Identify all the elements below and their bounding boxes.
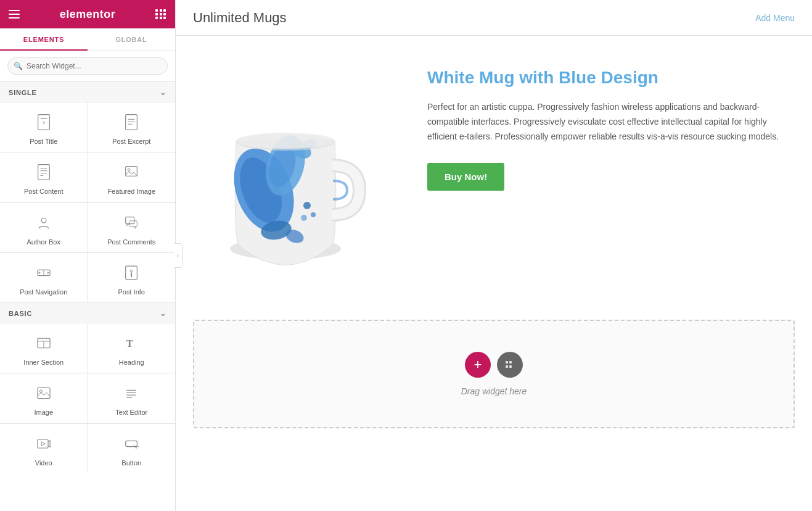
section-header-basic: BASIC ⌄	[0, 302, 175, 323]
inner-section-icon	[34, 332, 54, 354]
product-image	[193, 60, 390, 283]
svg-point-13	[128, 168, 130, 171]
grid-icon[interactable]	[155, 9, 166, 19]
svg-point-44	[301, 215, 307, 221]
svg-rect-7	[38, 165, 49, 180]
buy-now-button[interactable]: Buy Now!	[427, 163, 504, 191]
widgets-scroll: SINGLE ⌄ T Post Title	[0, 81, 175, 511]
widget-heading-label: Heading	[119, 358, 144, 367]
post-info-icon	[121, 262, 141, 284]
main-header: Unlimited Mugs Add Menu	[176, 0, 812, 36]
widget-post-title[interactable]: T Post Title	[0, 102, 88, 152]
product-title: White Mug with Blue Design	[427, 67, 795, 89]
widget-post-excerpt[interactable]: Post Excerpt	[88, 102, 176, 152]
widget-text-editor[interactable]: Text Editor	[88, 373, 176, 423]
svg-rect-51	[506, 365, 508, 368]
add-menu-link[interactable]: Add Menu	[755, 13, 795, 23]
video-icon	[34, 433, 54, 455]
svg-rect-12	[126, 167, 137, 177]
chevron-single[interactable]: ⌄	[160, 88, 166, 97]
widget-post-content-label: Post Content	[24, 187, 64, 196]
post-content-icon	[34, 161, 54, 183]
widget-video-label: Video	[35, 459, 52, 467]
search-area: 🔍	[0, 51, 175, 81]
sidebar: elementor ELEMENTS GLOBAL 🔍 SINGLE ⌄	[0, 0, 176, 511]
main-content: Unlimited Mugs Add Menu	[176, 0, 812, 511]
heading-icon: T	[121, 332, 141, 354]
widget-post-comments[interactable]: Post Comments	[88, 203, 176, 252]
svg-rect-3	[126, 115, 137, 130]
widget-author-box-label: Author Box	[27, 238, 60, 246]
search-icon: 🔍	[14, 62, 23, 70]
widget-grid-single: T Post Title Post Excerpt	[0, 102, 175, 302]
product-info: White Mug with Blue Design Perfect for a…	[427, 60, 795, 191]
svg-rect-52	[509, 365, 512, 368]
tab-elements[interactable]: ELEMENTS	[0, 28, 88, 51]
post-comments-icon	[121, 212, 141, 234]
post-title-icon: T	[34, 111, 54, 133]
content-area: White Mug with Blue Design Perfect for a…	[176, 36, 812, 511]
text-editor-icon	[121, 382, 141, 404]
widget-image[interactable]: Image	[0, 373, 88, 423]
svg-point-14	[41, 218, 46, 223]
svg-rect-34	[126, 441, 137, 446]
chevron-basic[interactable]: ⌄	[160, 309, 166, 318]
svg-rect-26	[38, 388, 50, 399]
widget-post-navigation[interactable]: Post Navigation	[0, 253, 88, 302]
widget-image-label: Image	[34, 408, 53, 417]
widget-text-editor-label: Text Editor	[115, 408, 147, 417]
svg-marker-33	[41, 442, 45, 446]
widget-post-navigation-label: Post Navigation	[20, 288, 67, 296]
widget-grid-basic: Inner Section T Heading	[0, 323, 175, 473]
widget-post-info[interactable]: Post Info	[88, 253, 176, 302]
featured-image-icon	[121, 161, 141, 183]
product-section: White Mug with Blue Design Perfect for a…	[193, 36, 795, 307]
svg-rect-32	[38, 439, 48, 448]
sidebar-tabs: ELEMENTS GLOBAL	[0, 28, 175, 51]
svg-text:T: T	[42, 120, 45, 125]
widget-inner-section-label: Inner Section	[23, 358, 64, 367]
section-header-single: SINGLE ⌄	[0, 81, 175, 102]
drag-icon	[504, 359, 515, 370]
svg-text:T: T	[126, 338, 134, 349]
site-title: Unlimited Mugs	[193, 10, 287, 26]
section-label-single: SINGLE	[9, 89, 37, 96]
widget-inner-section[interactable]: Inner Section	[0, 323, 88, 373]
widget-post-title-label: Post Title	[30, 137, 57, 146]
svg-point-43	[311, 212, 316, 217]
add-widget-button[interactable]: +	[465, 352, 491, 378]
search-input[interactable]	[7, 57, 168, 75]
post-navigation-icon	[34, 262, 54, 284]
button-icon	[121, 433, 141, 455]
author-box-icon	[34, 212, 54, 234]
tab-global[interactable]: GLOBAL	[88, 28, 175, 51]
collapse-handle[interactable]: ‹	[174, 243, 182, 268]
widget-post-excerpt-label: Post Excerpt	[112, 137, 150, 146]
svg-rect-49	[506, 361, 508, 364]
widget-button[interactable]: Button	[88, 424, 176, 473]
image-icon	[34, 382, 54, 404]
svg-point-48	[236, 133, 335, 149]
widget-video[interactable]: Video	[0, 424, 88, 473]
hamburger-menu[interactable]	[9, 10, 20, 19]
widget-featured-image[interactable]: Featured Image	[88, 152, 176, 202]
svg-point-42	[303, 202, 311, 209]
widget-heading[interactable]: T Heading	[88, 323, 176, 373]
widget-featured-image-label: Featured Image	[107, 187, 155, 196]
drag-handle-button[interactable]	[497, 352, 523, 378]
section-label-basic: BASIC	[9, 310, 32, 317]
svg-rect-50	[509, 361, 512, 364]
elementor-logo: elementor	[60, 8, 116, 21]
svg-rect-15	[126, 217, 134, 223]
svg-point-20	[131, 270, 133, 272]
mug-illustration	[205, 67, 378, 276]
widget-post-comments-label: Post Comments	[107, 238, 155, 246]
widget-button-label: Button	[121, 459, 141, 467]
drop-zone-buttons: +	[465, 352, 523, 378]
widget-post-info-label: Post Info	[118, 288, 145, 296]
svg-point-27	[39, 390, 42, 393]
drop-zone-label: Drag widget here	[461, 386, 527, 396]
widget-post-content[interactable]: Post Content	[0, 152, 88, 202]
product-image-wrap	[193, 60, 403, 283]
widget-author-box[interactable]: Author Box	[0, 203, 88, 252]
